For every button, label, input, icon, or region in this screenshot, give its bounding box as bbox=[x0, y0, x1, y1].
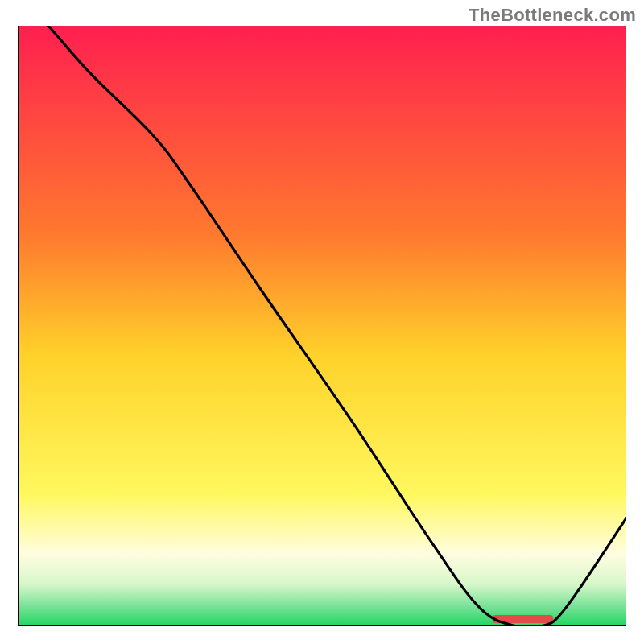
chart-container: TheBottleneck.com bbox=[0, 0, 644, 644]
plot-area bbox=[18, 26, 626, 626]
gradient-background bbox=[18, 26, 626, 626]
chart-svg bbox=[18, 26, 626, 626]
watermark-label: TheBottleneck.com bbox=[469, 5, 636, 26]
